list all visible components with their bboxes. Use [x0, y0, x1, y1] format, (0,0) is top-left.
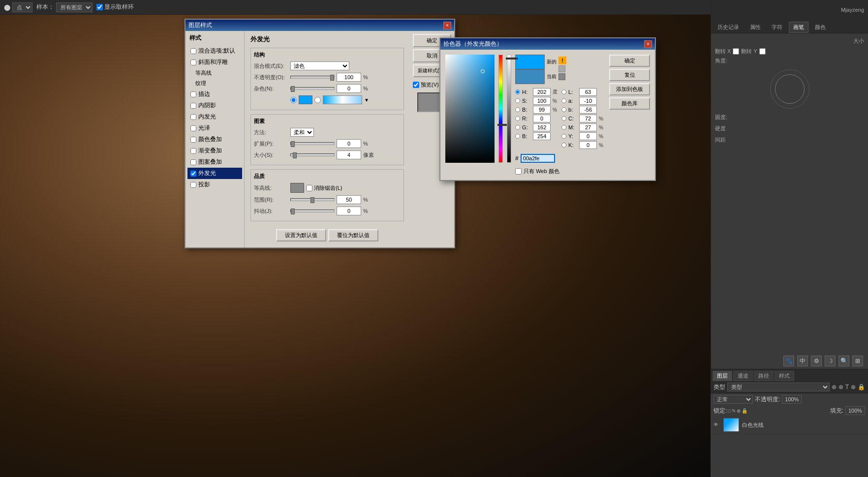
style-item-stroke[interactable]: 描边: [187, 89, 242, 100]
lock-icon-d[interactable]: 🔒: [742, 408, 747, 414]
brightness-radio[interactable]: [515, 107, 520, 112]
contour-preview[interactable]: [290, 183, 304, 193]
grid-icon[interactable]: ⊞: [852, 356, 863, 366]
gradient-dropdown[interactable]: ▼: [364, 97, 369, 103]
saturation-input[interactable]: 100: [533, 97, 551, 105]
tab-brush[interactable]: 画笔: [789, 22, 808, 33]
tab-color[interactable]: 颜色: [810, 22, 830, 33]
method-select[interactable]: 柔和: [290, 128, 314, 137]
red-radio[interactable]: [515, 116, 520, 121]
preview-checkbox[interactable]: [413, 82, 419, 88]
style-item-blend[interactable]: 混合选项:默认: [187, 45, 242, 57]
hue-radio[interactable]: [515, 89, 520, 94]
stroke-checkbox[interactable]: [190, 91, 196, 97]
layer-icon-1[interactable]: ⊕: [832, 384, 837, 390]
center-icon[interactable]: 中: [797, 356, 808, 366]
blend-mode-select[interactable]: 滤色: [290, 61, 349, 70]
y-input[interactable]: 0: [579, 132, 597, 140]
layers-tab-layers[interactable]: 图层: [713, 371, 732, 381]
show-ring-checkbox[interactable]: [96, 4, 103, 10]
layer-icon-3[interactable]: T: [845, 384, 849, 390]
range-input[interactable]: 50: [337, 195, 361, 204]
style-item-inner-glow[interactable]: 内发光: [187, 111, 242, 122]
anti-alias-checkbox[interactable]: [306, 185, 312, 191]
k-input[interactable]: 0: [579, 141, 597, 149]
dots-icon[interactable]: ⚙: [811, 356, 822, 366]
alpha-strip[interactable]: [507, 55, 511, 163]
tab-properties[interactable]: 属性: [745, 22, 765, 33]
blue-radio[interactable]: [515, 134, 520, 139]
b3-radio[interactable]: [561, 107, 566, 112]
style-item-gradient-overlay[interactable]: 渐变叠加: [187, 145, 242, 156]
l-input[interactable]: 63: [579, 88, 597, 96]
sample-value-select[interactable]: 所有图层: [56, 2, 93, 12]
layer-row-white-lines[interactable]: 👁 白色光线: [711, 416, 868, 434]
outer-glow-checkbox[interactable]: [190, 171, 196, 177]
hue-input[interactable]: 202: [533, 88, 551, 96]
set-default-button[interactable]: 设置为默认值: [276, 229, 326, 241]
style-item-contour[interactable]: 等高线: [187, 68, 242, 78]
layer-icon-5[interactable]: 🔒: [858, 384, 865, 390]
paw-icon[interactable]: 🐾: [783, 356, 794, 366]
noise-input[interactable]: 0: [337, 84, 361, 93]
blend-mode-layer-select[interactable]: 正常: [713, 395, 753, 404]
size-input[interactable]: 4: [337, 150, 361, 159]
layers-tab-channels[interactable]: 通道: [733, 371, 753, 381]
l-radio[interactable]: [561, 89, 566, 94]
hex-input[interactable]: 00a2fe: [521, 154, 555, 163]
hue-strip[interactable]: [498, 55, 503, 163]
layer-type-select[interactable]: 类型: [727, 383, 830, 391]
style-item-texture[interactable]: 纹理: [187, 78, 242, 89]
cp-reset-button[interactable]: 复位: [609, 69, 650, 81]
moon-icon[interactable]: ☽: [825, 356, 836, 366]
tab-character[interactable]: 字符: [767, 22, 787, 33]
lock-icon-c[interactable]: ⊕: [737, 408, 741, 414]
anti-alias-label[interactable]: 消除锯齿(L): [306, 184, 342, 192]
m-radio[interactable]: [561, 125, 566, 130]
range-slider[interactable]: [290, 198, 335, 201]
satin-checkbox[interactable]: [190, 125, 196, 131]
web-only-checkbox[interactable]: [515, 168, 522, 175]
c-input[interactable]: 72: [579, 115, 597, 122]
jitter-input[interactable]: 0: [337, 207, 361, 215]
brightness-input[interactable]: 99: [533, 106, 551, 114]
tab-history[interactable]: 历史记录: [713, 22, 744, 33]
cp-confirm-button[interactable]: 确定: [609, 55, 650, 67]
k-radio[interactable]: [561, 143, 566, 148]
solid-color-radio[interactable]: [290, 97, 297, 103]
b3-input[interactable]: -56: [579, 106, 597, 114]
size-slider[interactable]: [290, 153, 335, 156]
blue-input[interactable]: 254: [533, 132, 551, 140]
style-item-pattern-overlay[interactable]: 图案叠加: [187, 156, 242, 168]
fill-input[interactable]: 100%: [845, 406, 865, 415]
y-radio[interactable]: [561, 134, 566, 139]
green-radio[interactable]: [515, 125, 520, 130]
a-radio[interactable]: [561, 98, 566, 103]
reset-default-button[interactable]: 覆位为默认值: [328, 229, 378, 241]
color-picker-close-button[interactable]: ×: [644, 40, 652, 48]
spread-input[interactable]: 0: [337, 139, 361, 148]
color-swatch[interactable]: [299, 95, 312, 104]
cp-add-swatch-button[interactable]: 添加到色板: [609, 83, 650, 95]
color-overlay-checkbox[interactable]: [190, 137, 196, 143]
sample-type-select[interactable]: 点: [12, 2, 32, 12]
c-radio[interactable]: [561, 116, 566, 121]
flip-y-checkbox[interactable]: [759, 48, 766, 55]
cp-color-library-button[interactable]: 颜色库: [609, 97, 650, 110]
spread-slider[interactable]: [290, 142, 335, 145]
lock-icon-b[interactable]: ✎: [732, 408, 736, 414]
inner-shadow-checkbox[interactable]: [190, 103, 196, 109]
lock-icon-a[interactable]: □: [728, 408, 731, 414]
layers-tab-styles[interactable]: 样式: [775, 371, 794, 381]
style-item-drop-shadow[interactable]: 投影: [187, 179, 242, 190]
gradient-radio[interactable]: [314, 97, 321, 103]
search-icon[interactable]: 🔍: [838, 356, 849, 366]
layer-icon-2[interactable]: ⊕: [838, 384, 843, 390]
green-input[interactable]: 162: [533, 123, 551, 131]
layers-tab-paths[interactable]: 路径: [754, 371, 774, 381]
a-input[interactable]: -10: [579, 97, 597, 105]
layer-icon-4[interactable]: ⊕: [851, 384, 856, 390]
flip-x-checkbox[interactable]: [733, 48, 739, 55]
style-item-outer-glow[interactable]: 外发光: [187, 168, 242, 179]
inner-glow-checkbox[interactable]: [190, 114, 196, 120]
